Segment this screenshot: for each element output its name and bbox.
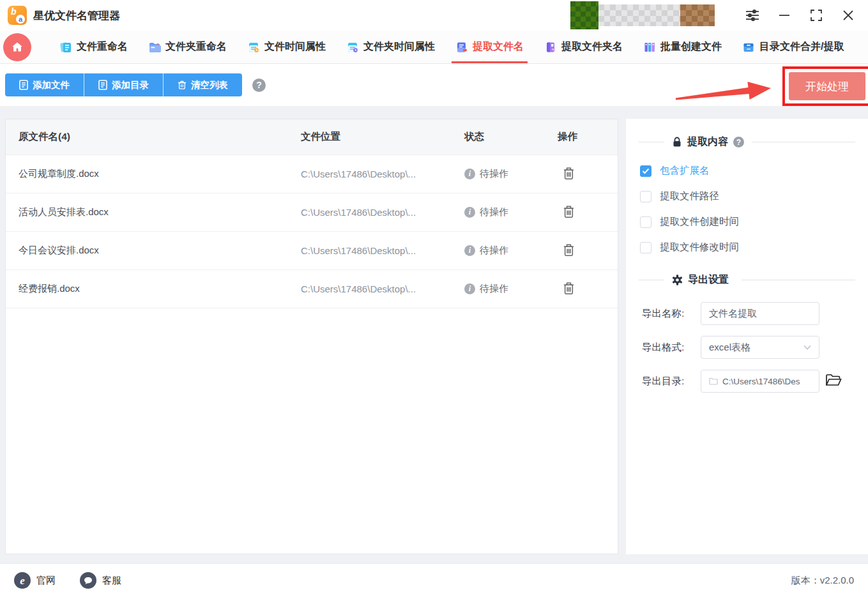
info-icon: i bbox=[464, 245, 475, 256]
file-table: 原文件名(4) 文件位置 状态 操作 公司规章制度.docx C:\Users\… bbox=[5, 119, 618, 554]
app-title: 星优文件名管理器 bbox=[33, 8, 120, 23]
add-file-button[interactable]: 添加文件 bbox=[5, 73, 84, 96]
export-directory-input[interactable]: C:\Users\17486\Des bbox=[701, 370, 819, 393]
delete-row-button[interactable] bbox=[561, 280, 576, 298]
redacted-badge bbox=[680, 4, 715, 26]
redacted-user-info bbox=[570, 1, 715, 29]
content-area: 原文件名(4) 文件位置 状态 操作 公司规章制度.docx C:\Users\… bbox=[0, 106, 868, 563]
table-row[interactable]: 活动人员安排表.docx C:\Users\17486\Desktop\... … bbox=[6, 193, 618, 232]
gear-icon bbox=[672, 275, 683, 285]
settings-sliders-icon[interactable] bbox=[742, 4, 763, 26]
col-action: 操作 bbox=[558, 130, 619, 144]
trash-icon bbox=[178, 80, 187, 90]
close-icon[interactable] bbox=[837, 4, 859, 26]
info-icon: i bbox=[464, 207, 475, 218]
trash-icon bbox=[563, 167, 575, 180]
footer-bar: e 官网 客服 版本：v2.2.0.0 bbox=[0, 563, 868, 597]
extract-filename-icon bbox=[455, 41, 468, 54]
delete-row-button[interactable] bbox=[561, 204, 576, 222]
start-processing-button[interactable]: 开始处理 bbox=[789, 72, 865, 100]
redacted-avatar bbox=[570, 1, 598, 29]
trash-icon bbox=[563, 243, 575, 257]
folder-icon bbox=[709, 377, 718, 385]
app-logo-icon: ba bbox=[8, 6, 27, 25]
option-include-extension[interactable]: 包含扩展名 bbox=[640, 164, 855, 178]
nav-bar: 文件重命名 文件夹重命名 文件时间属性 文件夹时间属性 提取文件名 提取文件夹名… bbox=[0, 31, 868, 64]
file-time-icon bbox=[247, 41, 260, 54]
tab-merge-extract[interactable]: 目录文件合并/提取 bbox=[732, 31, 854, 63]
lock-icon bbox=[672, 137, 682, 147]
option-extract-created-time[interactable]: 提取文件创建时间 bbox=[640, 215, 855, 229]
home-icon bbox=[10, 40, 24, 54]
tab-extract-foldername[interactable]: 提取文件夹名 bbox=[534, 31, 633, 63]
open-folder-icon bbox=[825, 374, 842, 387]
file-icon bbox=[98, 80, 107, 90]
tab-file-rename[interactable]: 文件重命名 bbox=[49, 31, 138, 63]
info-icon: i bbox=[464, 283, 475, 294]
website-icon: e bbox=[14, 572, 31, 589]
tab-folder-rename[interactable]: 文件夹重命名 bbox=[138, 31, 237, 63]
minimize-icon[interactable] bbox=[773, 4, 795, 26]
option-extract-modified-time[interactable]: 提取文件修改时间 bbox=[640, 241, 855, 254]
table-row[interactable]: 经费报销.docx C:\Users\17486\Desktop\... i待操… bbox=[6, 270, 618, 308]
section-title: 提取内容 bbox=[687, 135, 728, 149]
checkbox-unchecked bbox=[640, 242, 651, 253]
file-icon bbox=[19, 80, 28, 90]
check-icon bbox=[642, 168, 650, 174]
checkbox-unchecked bbox=[640, 191, 651, 202]
tab-extract-filename[interactable]: 提取文件名 bbox=[445, 31, 534, 63]
delete-row-button[interactable] bbox=[561, 242, 576, 260]
section-title: 导出设置 bbox=[688, 273, 729, 287]
export-settings-header: 导出设置 bbox=[639, 273, 855, 287]
chat-bubble-icon bbox=[80, 572, 96, 589]
settings-panel: 提取内容 ? 包含扩展名 提取文件路径 提取文件创建时间 提取文件修改时间 导出… bbox=[626, 119, 868, 554]
folder-time-icon bbox=[346, 41, 359, 54]
tab-file-time[interactable]: 文件时间属性 bbox=[237, 31, 336, 63]
official-website-link[interactable]: e 官网 bbox=[14, 572, 56, 589]
trash-icon bbox=[563, 282, 575, 295]
folder-rename-icon bbox=[148, 41, 161, 54]
col-original-name: 原文件名(4) bbox=[6, 130, 301, 144]
home-button[interactable] bbox=[3, 33, 31, 61]
redacted-username bbox=[598, 4, 680, 26]
export-format-select[interactable]: excel表格 bbox=[701, 336, 819, 359]
export-name-row: 导出名称: bbox=[639, 302, 855, 325]
tab-folder-time[interactable]: 文件夹时间属性 bbox=[336, 31, 445, 63]
export-name-input[interactable] bbox=[701, 302, 819, 325]
extract-help-icon[interactable]: ? bbox=[733, 137, 744, 147]
export-format-row: 导出格式: excel表格 bbox=[639, 336, 855, 359]
delete-row-button[interactable] bbox=[561, 165, 576, 183]
trash-icon bbox=[563, 205, 575, 218]
chevron-down-icon bbox=[803, 345, 811, 350]
annotation-highlight-box: 开始处理 bbox=[782, 66, 868, 106]
tab-batch-create[interactable]: 批量创建文件 bbox=[633, 31, 732, 63]
toolbar-help-icon[interactable]: ? bbox=[252, 79, 266, 92]
titlebar: ba 星优文件名管理器 bbox=[0, 0, 868, 31]
browse-folder-button[interactable] bbox=[825, 374, 842, 389]
col-location: 文件位置 bbox=[301, 130, 464, 144]
table-header: 原文件名(4) 文件位置 状态 操作 bbox=[6, 119, 618, 155]
info-icon: i bbox=[464, 169, 475, 179]
col-status: 状态 bbox=[464, 130, 558, 144]
toolbar: 添加文件 添加目录 清空列表 ? 开始处理 bbox=[0, 64, 868, 106]
maximize-icon[interactable] bbox=[805, 4, 827, 26]
table-row[interactable]: 公司规章制度.docx C:\Users\17486\Desktop\... i… bbox=[6, 155, 618, 193]
extract-foldername-icon bbox=[544, 41, 557, 54]
extract-content-header: 提取内容 ? bbox=[639, 135, 855, 149]
file-rename-icon bbox=[59, 41, 72, 54]
version-label: 版本：v2.2.0.0 bbox=[791, 575, 854, 587]
batch-create-icon bbox=[643, 41, 656, 54]
merge-extract-icon bbox=[742, 41, 755, 54]
table-row[interactable]: 今日会议安排.docx C:\Users\17486\Desktop\... i… bbox=[6, 232, 618, 270]
add-directory-button[interactable]: 添加目录 bbox=[84, 73, 163, 96]
clear-list-button[interactable]: 清空列表 bbox=[163, 73, 242, 96]
export-directory-row: 导出目录: C:\Users\17486\Des bbox=[639, 370, 855, 393]
checkbox-checked bbox=[640, 165, 651, 177]
checkbox-unchecked bbox=[640, 216, 651, 228]
nav-tabs: 文件重命名 文件夹重命名 文件时间属性 文件夹时间属性 提取文件名 提取文件夹名… bbox=[49, 31, 854, 63]
customer-service-link[interactable]: 客服 bbox=[80, 572, 121, 589]
option-extract-path[interactable]: 提取文件路径 bbox=[640, 190, 855, 203]
